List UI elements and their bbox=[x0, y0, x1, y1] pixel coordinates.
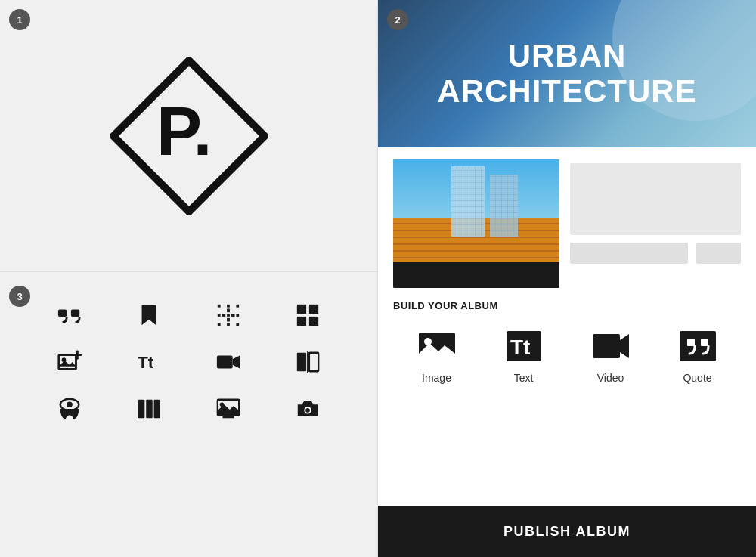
text-size-icon[interactable]: Tt bbox=[110, 349, 189, 375]
icons-grid: Tt bbox=[30, 295, 347, 422]
svg-point-39 bbox=[305, 408, 310, 413]
svg-point-31 bbox=[67, 402, 73, 408]
section-2-badge: 2 bbox=[387, 9, 408, 30]
text-label: Text bbox=[514, 372, 534, 384]
svg-rect-11 bbox=[227, 323, 230, 326]
placeholder-small-1 bbox=[570, 243, 688, 264]
photo-placeholder bbox=[393, 159, 559, 288]
svg-point-36 bbox=[220, 403, 225, 407]
video-label: Video bbox=[597, 372, 624, 384]
svg-rect-14 bbox=[231, 314, 235, 317]
quote-action-icon bbox=[678, 326, 717, 366]
svg-rect-44 bbox=[593, 334, 620, 358]
add-image-icon[interactable] bbox=[30, 349, 110, 375]
right-placeholder bbox=[570, 159, 741, 288]
compare-icon[interactable] bbox=[268, 349, 347, 375]
image-label: Image bbox=[422, 372, 451, 384]
section-icons: 3 bbox=[0, 272, 377, 557]
svg-rect-33 bbox=[146, 400, 153, 419]
section-logo: 1 P. bbox=[0, 0, 377, 272]
svg-rect-6 bbox=[236, 305, 239, 308]
border-inner-icon[interactable] bbox=[189, 302, 268, 328]
svg-rect-21 bbox=[59, 355, 76, 370]
text-action-icon: Tt bbox=[504, 326, 544, 366]
svg-text:P.: P. bbox=[156, 94, 212, 169]
placeholder-tall bbox=[570, 163, 741, 235]
video-action-btn[interactable]: Video bbox=[576, 322, 646, 388]
columns-icon[interactable] bbox=[110, 396, 189, 422]
architecture-photo bbox=[393, 159, 559, 288]
svg-rect-16 bbox=[227, 318, 230, 322]
svg-rect-4 bbox=[218, 305, 221, 308]
quote-label: Quote bbox=[683, 372, 711, 384]
section-1-badge: 1 bbox=[9, 9, 30, 30]
publish-album-button[interactable]: PUBLISH ALBUM bbox=[378, 506, 756, 557]
grid-icon[interactable] bbox=[268, 302, 347, 328]
section-3-badge: 3 bbox=[9, 286, 30, 307]
content-area: BUILD YOUR ALBUM Image Tt Text bbox=[378, 147, 756, 506]
svg-rect-46 bbox=[687, 339, 695, 346]
placeholder-row bbox=[570, 243, 741, 264]
svg-rect-17 bbox=[296, 305, 305, 314]
svg-rect-5 bbox=[227, 305, 230, 308]
action-buttons-row: Image Tt Text Video bbox=[393, 322, 741, 388]
landscape-icon[interactable] bbox=[189, 396, 268, 422]
svg-rect-28 bbox=[309, 353, 318, 372]
svg-rect-45 bbox=[680, 331, 716, 361]
edit-paint-icon[interactable] bbox=[30, 396, 110, 422]
svg-rect-3 bbox=[71, 309, 79, 316]
svg-rect-34 bbox=[154, 400, 160, 419]
build-album-label: BUILD YOUR ALBUM bbox=[393, 300, 741, 311]
quote-action-btn[interactable]: Quote bbox=[663, 322, 733, 388]
svg-rect-26 bbox=[217, 356, 233, 369]
bookmark-icon[interactable] bbox=[110, 302, 189, 328]
svg-rect-19 bbox=[296, 317, 305, 326]
text-action-btn[interactable]: Tt Text bbox=[489, 322, 559, 388]
video-action-icon bbox=[591, 326, 631, 366]
placeholder-small-2 bbox=[696, 243, 741, 264]
image-action-icon bbox=[417, 326, 457, 366]
svg-text:Tt: Tt bbox=[510, 336, 530, 359]
svg-rect-15 bbox=[227, 309, 230, 313]
svg-rect-20 bbox=[309, 317, 318, 326]
left-panel: 1 P. 3 bbox=[0, 0, 378, 557]
svg-rect-7 bbox=[218, 314, 221, 317]
hero-title: URBAN ARCHITECTURE bbox=[437, 39, 696, 108]
svg-rect-10 bbox=[218, 323, 221, 326]
svg-rect-27 bbox=[296, 353, 305, 372]
svg-rect-12 bbox=[236, 323, 239, 326]
image-action-btn[interactable]: Image bbox=[402, 322, 472, 388]
right-panel: 2 URBAN ARCHITECTURE bbox=[378, 0, 756, 557]
svg-rect-8 bbox=[227, 314, 230, 317]
video-camera-icon[interactable] bbox=[189, 349, 268, 375]
media-row bbox=[393, 159, 741, 288]
p-dot-logo: P. bbox=[110, 57, 268, 215]
svg-rect-2 bbox=[58, 309, 67, 316]
svg-rect-47 bbox=[701, 339, 708, 346]
svg-rect-18 bbox=[309, 305, 318, 314]
svg-text:Tt: Tt bbox=[138, 352, 154, 372]
svg-rect-13 bbox=[222, 314, 225, 317]
svg-rect-32 bbox=[138, 400, 145, 419]
quote-icon[interactable] bbox=[30, 302, 110, 328]
camera-icon[interactable] bbox=[268, 396, 347, 422]
hero-header: URBAN ARCHITECTURE bbox=[378, 0, 756, 147]
svg-rect-9 bbox=[236, 314, 239, 317]
svg-rect-37 bbox=[222, 416, 234, 418]
